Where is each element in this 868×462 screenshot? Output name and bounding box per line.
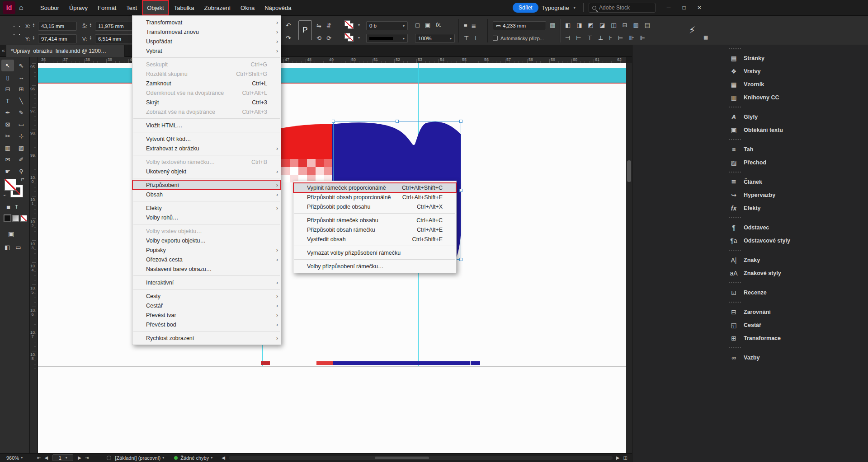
object-menu-item[interactable]: Vybrat › (132, 46, 281, 56)
fitting-submenu-item[interactable]: Přizpůsobit podle obsahu Ctrl+Alt+X (293, 202, 456, 211)
menubar-item[interactable]: Zobrazení (199, 0, 236, 15)
align-distribute-icon[interactable]: ⊥ (598, 34, 603, 41)
first-page-button[interactable]: ⇤ (35, 455, 42, 460)
screen-mode-icon[interactable]: ▣ (8, 230, 14, 238)
object-menu-item[interactable]: Zobrazit vše na dvojstránce Ctrl+Alt+3 (132, 107, 281, 117)
stock-search-input[interactable] (599, 5, 649, 11)
preflight-icon[interactable] (107, 456, 111, 460)
menubar-item[interactable]: Formát (93, 0, 121, 15)
maximize-button[interactable]: □ (676, 0, 692, 15)
align-distribute-icon[interactable]: ⊢ (576, 34, 581, 41)
dock-item-vzornik[interactable]: ▦ Vzorník (724, 78, 864, 91)
object-menu-item[interactable] (133, 57, 280, 58)
handle-top-right[interactable] (459, 120, 462, 123)
dock-item-vrstvy[interactable]: ❖ Vrstvy (724, 65, 864, 78)
y-field[interactable]: 97,414 mm (38, 34, 77, 43)
vertical-scrollbar[interactable] (626, 63, 632, 453)
hand-tool[interactable]: ☛ (1, 165, 14, 177)
workspace-switcher[interactable]: Typografie ▾ (542, 0, 576, 15)
note-tool[interactable]: ✉ (1, 154, 14, 165)
object-menu-item[interactable]: Volby rohů… (132, 213, 281, 222)
minimize-button[interactable]: ─ (661, 0, 676, 15)
dock-item-znaky[interactable]: A| Znaky (724, 253, 864, 266)
object-menu-item[interactable] (133, 178, 280, 178)
pencil-tool[interactable]: ✎ (15, 107, 28, 118)
dock-item-znakove-styly[interactable]: aA Znakové styly (724, 266, 864, 280)
rotate-ccw-icon[interactable]: ↶ (286, 22, 291, 28)
fitting-submenu-item[interactable]: Přizpůsobit rámeček obsahu Ctrl+Alt+C (293, 215, 456, 225)
object-menu-item[interactable]: Seskupit Ctrl+G (132, 60, 281, 69)
width-stepper[interactable]: ▴▾ (89, 23, 93, 27)
direct-selection-tool[interactable]: ⇖ (15, 60, 28, 71)
align-distribute-icon[interactable]: ◨ (576, 22, 582, 28)
ruler-corner[interactable] (30, 57, 38, 63)
dock-item-obtekani-textu[interactable]: ▣ Obtékání textu (724, 123, 864, 136)
dock-item-clanek[interactable]: ≣ Článek (724, 175, 864, 188)
preflight-status[interactable]: Žádné chyby (180, 455, 209, 461)
swap-fill-stroke-icon[interactable]: ⇄ (21, 177, 24, 182)
dock-item-odstavcove-styly[interactable]: ¶a Odstavcové styly (724, 234, 864, 247)
width-field[interactable]: 11,975 mm (95, 22, 134, 31)
stroke-style-combo[interactable]: ▾ (366, 34, 408, 43)
object-menu-item[interactable]: Volby exportu objektu… (132, 236, 281, 245)
page-tool[interactable]: ▯ (1, 71, 14, 83)
height-field[interactable]: 6,514 mm (95, 34, 134, 43)
view-option-icon[interactable]: ▭ (15, 244, 21, 251)
gradient-feather-tool[interactable]: ▨ (15, 142, 28, 154)
content-placer-tool[interactable]: ⊞ (15, 83, 28, 95)
object-menu-item[interactable]: Transformovat › (132, 18, 281, 27)
fitting-submenu-item[interactable]: Vystředit obsah Ctrl+Shift+E (293, 234, 456, 244)
handle-top-left[interactable] (332, 120, 335, 123)
object-menu-item[interactable]: Volby textového rámečku… Ctrl+B (132, 157, 281, 167)
height-stepper[interactable]: ▴▾ (89, 35, 93, 40)
object-menu-item[interactable]: Převést tvar › (132, 310, 281, 320)
stroke-swatch[interactable]: ▾ (344, 33, 360, 43)
reference-point-proxy[interactable] (11, 22, 23, 39)
text-align-icon[interactable]: ≣ (472, 22, 476, 29)
view-option-icon[interactable]: ◧ (5, 244, 10, 251)
object-menu-item[interactable]: Obsah › (132, 190, 281, 199)
zoom-tool[interactable]: ⚲ (15, 165, 28, 177)
document-tab[interactable]: *Upravy_obrazku_finale.indd @ 1200… (6, 45, 125, 57)
default-swatches-icon[interactable]: ▪▫ (4, 193, 6, 197)
align-distribute-icon[interactable]: ▥ (633, 22, 638, 28)
view-corner-icon[interactable]: ◫ (622, 455, 629, 460)
menubar-item[interactable]: Nápověda (259, 0, 296, 15)
align-distribute-icon[interactable]: ◩ (588, 22, 594, 28)
page-number-combo[interactable]: 1 ▾ (52, 454, 73, 461)
object-menu-item[interactable]: Zamknout Ctrl+L (132, 79, 281, 88)
object-menu-item[interactable]: Převést bod › (132, 320, 281, 329)
menubar-item[interactable]: Okna (236, 0, 259, 15)
gradient-swatch-tool[interactable]: ▥ (1, 142, 14, 154)
object-menu-item[interactable]: Rychlost zobrazení › (132, 333, 281, 343)
dock-item-recenze[interactable]: ⊡ Recenze (724, 286, 864, 299)
handle-middle-right[interactable] (459, 189, 462, 192)
align-distribute-icon[interactable]: ◫ (611, 22, 616, 28)
object-menu-item[interactable] (133, 289, 280, 289)
dock-item-stranky[interactable]: ▤ Stránky (724, 51, 864, 65)
align-distribute-icon[interactable]: ⊦ (609, 34, 612, 41)
object-menu-item[interactable]: Ořezová cesta › (132, 255, 281, 264)
dock-item-efekty[interactable]: fx Efekty (724, 201, 864, 215)
fitting-submenu-item[interactable]: Volby přizpůsobení rámečku… (293, 261, 456, 271)
align-distribute-icon[interactable]: ⊪ (629, 34, 634, 41)
fill-proxy[interactable] (5, 179, 16, 191)
x-stepper[interactable]: ▴▾ (32, 23, 36, 27)
object-menu-item[interactable]: Vložit HTML… (132, 121, 281, 130)
rotate-icon[interactable]: ⟲ (316, 35, 321, 42)
gap-field[interactable]: ▭ 4,233 mm (493, 21, 546, 30)
menubar-item[interactable]: Tabulka (169, 0, 199, 15)
dock-item-tah[interactable]: ≡ Tah (724, 143, 864, 156)
handle-top-center[interactable] (396, 120, 399, 123)
zoom-control[interactable]: 960% ▾ (6, 455, 23, 461)
frame-content-icon[interactable]: ▣ (425, 22, 430, 28)
y-stepper[interactable]: ▴▾ (32, 35, 36, 40)
x-field[interactable]: 43,15 mm (38, 22, 77, 31)
rectangle-tool[interactable]: ▭ (15, 118, 28, 130)
dock-item-zarovnani[interactable]: ⊟ Zarovnání (724, 305, 864, 318)
object-menu-item[interactable]: Cesty › (132, 291, 281, 301)
object-menu-item[interactable]: Cestář › (132, 301, 281, 310)
object-menu-item[interactable]: Interaktivní › (132, 278, 281, 287)
close-button[interactable]: ✕ (692, 0, 707, 15)
object-menu-item[interactable] (133, 201, 280, 201)
